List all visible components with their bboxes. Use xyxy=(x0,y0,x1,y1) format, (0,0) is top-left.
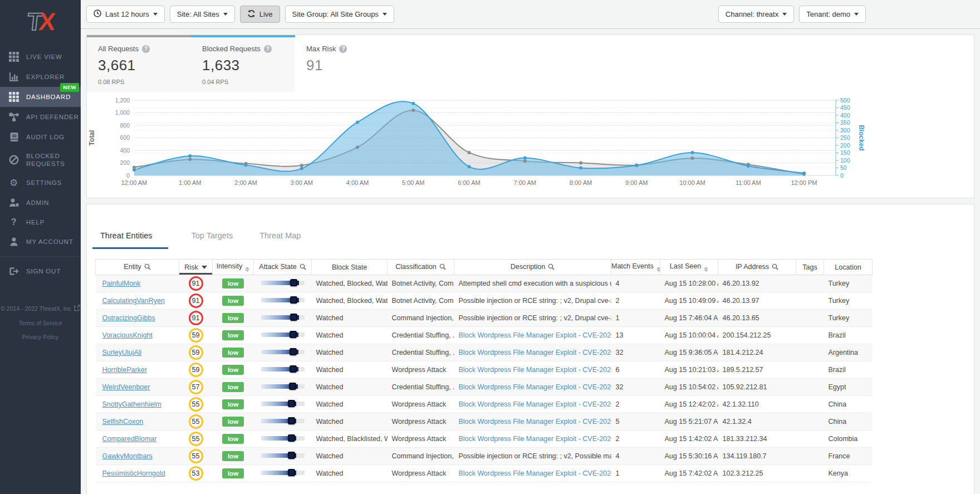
attack-state-slider[interactable] xyxy=(261,452,305,459)
attack-state-slider[interactable] xyxy=(261,296,305,304)
entity-link[interactable]: SelfishCoxon xyxy=(102,418,144,425)
tags-cell xyxy=(796,344,824,361)
column-header-location[interactable]: Location xyxy=(824,260,873,275)
entity-link[interactable]: SurleyUlujAli xyxy=(102,349,142,356)
sidebar-item-help[interactable]: ?HELP xyxy=(0,213,81,232)
column-header-ip[interactable]: IP Address xyxy=(718,260,796,275)
stat-all-requests[interactable]: All Requests? 3,661 0.08 RPS xyxy=(87,35,191,92)
all-requests-value: 3,661 xyxy=(98,57,191,74)
column-header-attack_state[interactable]: Attack State xyxy=(254,260,312,275)
tab-top-targets[interactable]: Top Targets xyxy=(188,231,237,249)
attack-state-slider[interactable] xyxy=(261,400,305,407)
sidebar-item-live-view[interactable]: LIVE VIEW xyxy=(0,47,81,67)
column-header-last_seen[interactable]: Last Seen xyxy=(660,260,718,275)
table-row: SurleyUlujAli59lowWatchedCredential Stuf… xyxy=(96,344,873,361)
sidebar-item-audit-log[interactable]: AUDIT LOG xyxy=(0,127,81,147)
description-link[interactable]: Block Wordpress File Manager Exploit - C… xyxy=(459,349,611,356)
site-dropdown[interactable]: Site: All Sites xyxy=(170,6,235,23)
terms-of-service-link[interactable]: Terms of Service xyxy=(0,320,81,326)
sort-icon[interactable] xyxy=(656,267,660,272)
column-header-intensity[interactable]: Intensity xyxy=(213,260,254,275)
attack-state-slider[interactable] xyxy=(261,383,305,390)
sidebar-item-blocked-requests[interactable]: BLOCKED REQUESTS xyxy=(0,147,81,173)
sidebar-item-settings[interactable]: ⚙SETTINGS xyxy=(0,173,81,193)
description-text: Attempted shell cmd execution with a sus… xyxy=(459,280,611,287)
description-link[interactable]: Block Wordpress File Manager Exploit - C… xyxy=(459,400,611,408)
entity-link[interactable]: HorribleParker xyxy=(102,366,148,374)
ip-address-cell: 42.1.32.110 xyxy=(718,396,796,413)
sidebar-item-admin[interactable]: ADMIN xyxy=(0,193,81,213)
svg-text:600: 600 xyxy=(120,134,130,141)
entity-link[interactable]: GawkyMontbars xyxy=(102,452,153,460)
tab-threat-entities[interactable]: Threat Entities xyxy=(92,231,168,249)
entity-link[interactable]: CalculatingVanRyen xyxy=(102,297,165,305)
sidebar-item-dashboard[interactable]: DASHBOARDNEW xyxy=(0,87,81,107)
entity-link[interactable]: PainfulMonk xyxy=(102,280,141,287)
tab-threat-map[interactable]: Threat Map xyxy=(256,231,304,249)
attack-state-slider[interactable] xyxy=(261,348,305,355)
search-icon[interactable] xyxy=(300,263,306,272)
column-header-entity[interactable]: Entity xyxy=(96,260,179,275)
attack-state-slider[interactable] xyxy=(261,331,305,338)
entity-link[interactable]: OstracizingGibbs xyxy=(102,314,155,322)
attack-state-slider[interactable] xyxy=(261,417,305,424)
column-header-match_events[interactable]: Match Events xyxy=(611,260,660,275)
svg-text:12:00 PM: 12:00 PM xyxy=(791,179,817,186)
column-header-block_state[interactable]: Block State xyxy=(312,260,388,275)
entity-link[interactable]: WeirdVeenboer xyxy=(102,383,150,391)
risk-badge: 91 xyxy=(189,276,203,291)
entity-link[interactable]: VoraciousKnight xyxy=(102,331,153,339)
help-icon[interactable]: ? xyxy=(339,45,347,53)
entity-link[interactable]: ComparedBlomar xyxy=(102,435,157,443)
column-header-risk[interactable]: Risk xyxy=(179,260,213,275)
live-toggle-button[interactable]: Live xyxy=(240,6,280,23)
channel-dropdown[interactable]: Channel: threatx xyxy=(718,6,794,23)
sidebar-item-my-account[interactable]: MY ACCOUNT xyxy=(0,232,81,252)
match-events-cell: 13 xyxy=(611,327,660,344)
description-link[interactable]: Block Wordpress File Manager Exploit - C… xyxy=(459,366,611,374)
search-icon[interactable] xyxy=(144,263,151,272)
attack-state-slider[interactable] xyxy=(261,365,305,373)
block-state-cell: Watched xyxy=(312,310,388,327)
sort-desc-icon[interactable] xyxy=(202,266,207,269)
help-icon[interactable]: ? xyxy=(264,45,272,53)
column-header-classification[interactable]: Classification xyxy=(388,260,454,275)
search-icon[interactable] xyxy=(548,263,555,272)
traffic-chart[interactable]: 02004006008001,0001,20005010015020025030… xyxy=(87,92,974,198)
threat-entities-table: EntityRiskIntensityAttack StateBlock Sta… xyxy=(95,259,873,482)
attack-state-slider[interactable] xyxy=(261,279,305,286)
site-group-dropdown[interactable]: Site Group: All Site Groups xyxy=(285,6,394,23)
privacy-policy-link[interactable]: Privacy Policy xyxy=(0,334,81,340)
sort-icon[interactable] xyxy=(704,267,708,272)
help-icon[interactable]: ? xyxy=(142,45,150,53)
attack-state-slider[interactable] xyxy=(261,469,305,476)
description-link[interactable]: Block Wordpress File Manager Exploit - C… xyxy=(459,331,611,339)
sidebar-item-api-defender[interactable]: API DEFENDER xyxy=(0,107,81,127)
description-link[interactable]: Block Wordpress File Manager Exploit - C… xyxy=(459,435,611,443)
description-link[interactable]: Block Wordpress File Manager Exploit - C… xyxy=(459,383,611,391)
svg-text:11:00 AM: 11:00 AM xyxy=(736,179,761,186)
svg-text:3:00 AM: 3:00 AM xyxy=(291,179,313,186)
entity-link[interactable]: PessimisticHorngold xyxy=(102,469,165,477)
search-icon[interactable] xyxy=(772,263,778,272)
search-icon[interactable] xyxy=(439,263,446,272)
entity-link[interactable]: SnottyGathenhielm xyxy=(102,400,161,408)
attack-state-slider[interactable] xyxy=(261,434,305,442)
svg-text:8:00 AM: 8:00 AM xyxy=(570,179,592,186)
external-link-icon[interactable] xyxy=(74,305,80,312)
intensity-badge: low xyxy=(222,468,244,478)
tenant-dropdown[interactable]: Tenant: demo xyxy=(799,6,866,23)
sort-icon[interactable] xyxy=(245,267,249,272)
description-link[interactable]: Block Wordpress File Manager Exploit - C… xyxy=(459,469,611,477)
attack-state-slider[interactable] xyxy=(261,314,305,321)
time-range-dropdown[interactable]: Last 12 hours xyxy=(86,6,165,23)
svg-text:6:00 AM: 6:00 AM xyxy=(458,179,480,186)
description-link[interactable]: Block Wordpress File Manager Exploit - C… xyxy=(459,418,611,425)
column-header-description[interactable]: Description xyxy=(454,260,611,275)
stats-row: All Requests? 3,661 0.08 RPS Blocked Req… xyxy=(87,35,974,92)
stat-blocked-requests[interactable]: Blocked Requests? 1,633 0.04 RPS xyxy=(191,35,295,92)
column-header-tags[interactable]: Tags xyxy=(796,260,824,275)
sidebar-item-sign-out[interactable]: SIGN OUT xyxy=(0,261,81,281)
refresh-icon xyxy=(247,9,256,19)
svg-text:9:00 AM: 9:00 AM xyxy=(625,179,648,186)
